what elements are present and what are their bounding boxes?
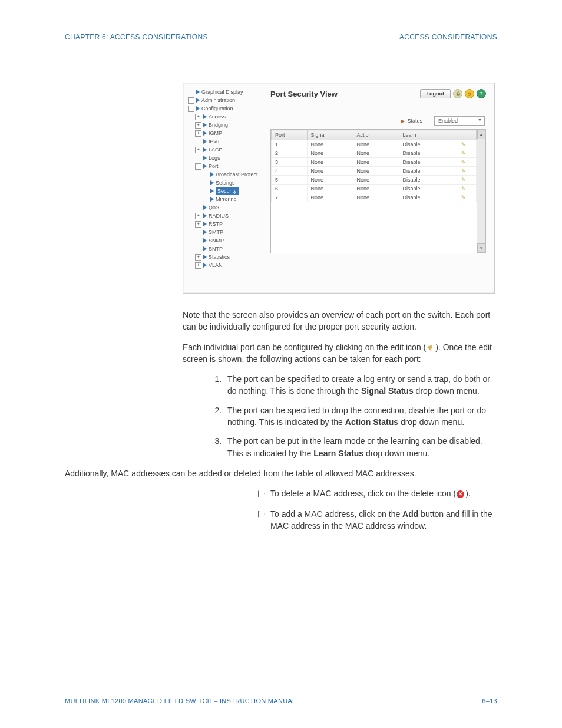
tree-label[interactable]: Access <box>209 113 226 121</box>
arrow-right-icon <box>210 189 214 193</box>
expand-icon[interactable]: + <box>195 130 201 137</box>
tree-node[interactable]: Graphical Display <box>188 88 263 96</box>
tree-label[interactable]: QoS <box>209 203 219 212</box>
tree-node[interactable]: +Statistics <box>195 253 263 261</box>
tree-node[interactable]: +Administration <box>188 96 263 104</box>
main-panel: Port Security View Logout ⎙ ⦸ ? ▶ Status… <box>266 88 491 269</box>
footer-right: 6–13 <box>482 697 497 704</box>
page-header: CHAPTER 6: ACCESS CONSIDERATIONS ACCESS … <box>65 33 497 41</box>
arrow-right-icon <box>210 197 214 202</box>
edit-row-icon[interactable]: ✎ <box>451 158 476 167</box>
tree-label[interactable]: Mirroring <box>216 195 237 203</box>
tree-label[interactable]: SNMP <box>209 236 224 245</box>
edit-row-icon[interactable]: ✎ <box>451 176 476 185</box>
tree-label[interactable]: Port <box>209 162 219 170</box>
tree-label[interactable]: LACP <box>209 146 223 154</box>
tree-node[interactable]: Logs <box>195 154 263 162</box>
tree-node[interactable]: Security <box>202 187 263 195</box>
sub-action-add: To add a MAC address, click on the Add b… <box>270 508 497 532</box>
expand-icon[interactable]: + <box>195 147 201 153</box>
logout-button[interactable]: Logout <box>420 89 451 98</box>
table-row: 3NoneNoneDisable✎ <box>272 158 477 167</box>
status-dropdown[interactable]: Enabled <box>434 116 485 126</box>
tree-label[interactable]: VLAN <box>209 261 223 269</box>
edit-row-icon[interactable]: ✎ <box>451 149 476 158</box>
tree-node[interactable]: Settings <box>202 179 263 187</box>
tree-node[interactable]: IPv6 <box>195 137 263 146</box>
tree-label[interactable]: IPv6 <box>209 137 219 146</box>
tree-label[interactable]: Graphical Display <box>201 88 243 96</box>
tree-node[interactable]: Broadcast Protect <box>202 170 263 179</box>
grid-cell: None <box>307 176 353 185</box>
tree-node[interactable]: Mirroring <box>202 195 263 203</box>
tree-label[interactable]: Configuration <box>201 104 233 113</box>
grid-column-header[interactable]: Learn <box>399 130 451 140</box>
tree-node[interactable]: −Port <box>195 162 263 170</box>
tree-label[interactable]: IGMP <box>209 129 222 137</box>
arrow-right-icon <box>203 205 207 210</box>
tree-node[interactable]: QoS <box>195 203 263 212</box>
grid-column-header[interactable]: Port <box>272 130 308 140</box>
table-row: 7NoneNoneDisable✎ <box>272 193 477 202</box>
tree-node[interactable]: +IGMP <box>195 129 263 137</box>
grid-cell: None <box>307 149 353 158</box>
tree-node[interactable]: SNMP <box>195 236 263 245</box>
tree-node[interactable]: +RADIUS <box>195 212 263 220</box>
arrow-right-icon <box>196 106 200 111</box>
tree-label[interactable]: Administration <box>201 96 235 104</box>
grid-cell: None <box>307 193 353 202</box>
sub-action-list: To delete a MAC address, click on the de… <box>258 487 497 532</box>
panel-title: Port Security View <box>270 90 338 98</box>
stop-icon[interactable]: ⦸ <box>465 89 474 98</box>
tree-label[interactable]: RSTP <box>209 220 223 228</box>
header-left: CHAPTER 6: ACCESS CONSIDERATIONS <box>65 33 208 41</box>
tree-label[interactable]: Security <box>216 187 239 195</box>
tree-label[interactable]: Logs <box>209 154 220 162</box>
edit-row-icon[interactable]: ✎ <box>451 185 476 193</box>
tree-node[interactable]: +Bridging <box>195 121 263 129</box>
grid-column-header[interactable]: Action <box>353 130 399 140</box>
tree-label[interactable]: Settings <box>216 179 235 187</box>
tree-label[interactable]: Statistics <box>209 253 230 261</box>
expand-icon[interactable]: + <box>195 262 201 269</box>
caret-right-icon: ▶ <box>401 118 405 124</box>
tree-node[interactable]: +RSTP <box>195 220 263 228</box>
tree-node[interactable]: SNTP <box>195 245 263 253</box>
tree-label[interactable]: SMTP <box>209 228 223 236</box>
expand-icon[interactable]: + <box>195 254 201 261</box>
expand-icon[interactable]: + <box>195 122 201 129</box>
nav-tree[interactable]: Graphical Display+Administration−Configu… <box>187 88 266 269</box>
grid-column-header[interactable] <box>451 130 476 140</box>
tree-node[interactable]: −Configuration <box>188 104 263 113</box>
tree-label[interactable]: Bridging <box>209 121 228 129</box>
arrow-right-icon <box>203 139 207 144</box>
collapse-icon[interactable]: − <box>188 106 194 112</box>
arrow-right-icon <box>203 255 207 259</box>
expand-icon[interactable]: + <box>195 213 201 219</box>
tree-node[interactable]: +LACP <box>195 146 263 154</box>
tree-node[interactable]: +Access <box>195 113 263 121</box>
grid-column-header[interactable]: Signal <box>307 130 353 140</box>
expand-icon[interactable]: + <box>188 97 194 104</box>
tree-node[interactable]: +VLAN <box>195 261 263 269</box>
grid-scrollbar[interactable]: ▴ ▾ <box>477 130 485 253</box>
tree-label[interactable]: SNTP <box>209 245 223 253</box>
scroll-up-icon[interactable]: ▴ <box>477 130 485 139</box>
arrow-right-icon <box>203 131 207 136</box>
edit-row-icon[interactable]: ✎ <box>451 193 476 202</box>
paragraph-mac: Additionally, MAC addresses can be added… <box>65 467 497 479</box>
scroll-down-icon[interactable]: ▾ <box>477 243 485 253</box>
expand-icon[interactable]: + <box>195 114 201 120</box>
help-icon[interactable]: ? <box>477 89 486 98</box>
edit-row-icon[interactable]: ✎ <box>451 167 476 176</box>
expand-icon[interactable]: + <box>195 221 201 228</box>
tree-label[interactable]: RADIUS <box>209 212 229 220</box>
edit-row-icon[interactable]: ✎ <box>451 140 476 149</box>
save-icon[interactable]: ⎙ <box>453 89 462 98</box>
tree-node[interactable]: SMTP <box>195 228 263 236</box>
tree-label[interactable]: Broadcast Protect <box>216 170 258 179</box>
list-item: The port can be specified to drop the co… <box>224 404 497 429</box>
grid-cell: None <box>307 140 353 149</box>
grid-cell: Disable <box>399 140 451 149</box>
collapse-icon[interactable]: − <box>195 163 201 170</box>
